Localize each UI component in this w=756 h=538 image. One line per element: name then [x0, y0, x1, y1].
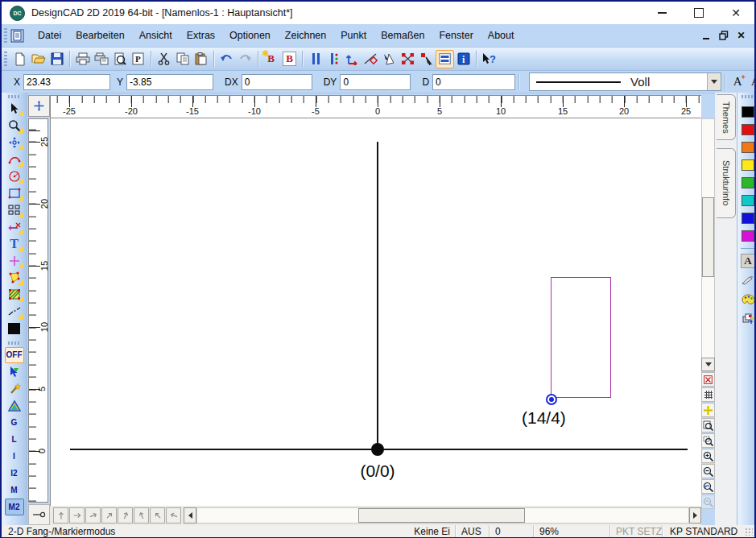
menu-ansicht[interactable]: Ansicht: [132, 27, 180, 44]
horizontal-scrollbar[interactable]: [196, 507, 689, 524]
close-button[interactable]: ✕: [717, 2, 754, 24]
horizontal-scrollbar-thumb[interactable]: [358, 508, 525, 523]
undo-button[interactable]: [217, 50, 236, 68]
palette-color-cyan[interactable]: [742, 195, 754, 206]
snap-prism-button[interactable]: [5, 397, 24, 414]
paste-button[interactable]: [192, 50, 210, 68]
mdi-close-button[interactable]: ✕: [736, 31, 746, 40]
zoom-next-button[interactable]: [701, 495, 715, 509]
tab-themes[interactable]: Themes: [717, 94, 736, 140]
direction-mode-button[interactable]: [343, 50, 361, 68]
point-select-button[interactable]: [417, 50, 436, 68]
palette-color-orange[interactable]: [742, 142, 754, 153]
ruler-origin-button[interactable]: [28, 95, 50, 117]
handles-mode-button[interactable]: [399, 50, 417, 68]
vertical-scrollbar-thumb[interactable]: [702, 197, 714, 277]
polygon-tool-button[interactable]: [5, 269, 24, 286]
zoom-in-button[interactable]: [701, 449, 715, 463]
color-tool-button[interactable]: [5, 320, 24, 337]
drawn-rectangle[interactable]: [551, 277, 611, 398]
coordinate-bar-toggle-button[interactable]: [436, 50, 454, 68]
direction-button-left-up[interactable]: [166, 507, 181, 524]
dy-input[interactable]: [340, 74, 411, 90]
copy-button[interactable]: [173, 50, 192, 68]
rectangle-tool-button[interactable]: [5, 184, 24, 201]
line-type-tool-button[interactable]: [5, 303, 24, 320]
block-insert-button[interactable]: B: [280, 50, 299, 68]
erase-button[interactable]: [701, 372, 715, 387]
text-style-button[interactable]: A: [741, 254, 756, 268]
maximize-button[interactable]: [680, 2, 717, 24]
menu-bearbeiten[interactable]: Bearbeiten: [68, 27, 131, 44]
d-input[interactable]: [432, 74, 515, 90]
font-increase-button[interactable]: A +: [729, 73, 746, 91]
palette-color-blue[interactable]: [742, 213, 754, 224]
new-file-button[interactable]: [10, 50, 29, 68]
snap-gravity-button[interactable]: G: [5, 414, 24, 431]
line-style-drop-button[interactable]: [707, 73, 721, 90]
resize-grip[interactable]: [745, 528, 753, 536]
print-setup-button[interactable]: [92, 50, 110, 68]
zoom-fit-button[interactable]: [701, 418, 715, 432]
page-setup-button[interactable]: P: [129, 50, 147, 68]
info-button[interactable]: i: [454, 50, 473, 68]
mdi-restore-button[interactable]: [718, 31, 729, 40]
snap-select-button[interactable]: [5, 363, 24, 380]
minimize-button[interactable]: [643, 2, 680, 24]
scroll-down-button[interactable]: [701, 358, 715, 371]
x-input[interactable]: [23, 74, 110, 90]
sketch-button[interactable]: [741, 273, 756, 288]
colors-button[interactable]: [741, 292, 756, 307]
direction-button-diagonal-135[interactable]: [150, 507, 165, 524]
tab-strukturinfo[interactable]: Strukturinfo: [717, 148, 736, 218]
redo-button[interactable]: [236, 50, 254, 68]
move-tool-button[interactable]: [5, 134, 24, 151]
left-toolbar-grip[interactable]: [8, 95, 21, 98]
origin-point-button[interactable]: [28, 504, 50, 525]
y-input[interactable]: [126, 74, 213, 90]
snap-diamond-button[interactable]: [361, 50, 380, 68]
scroll-left-button[interactable]: [184, 507, 196, 524]
palette-color-magenta[interactable]: [742, 230, 754, 242]
cut-button[interactable]: [155, 50, 173, 68]
parallel-mode-button[interactable]: [306, 50, 324, 68]
drawing-canvas[interactable]: (0/0) (14/4): [50, 118, 701, 506]
origin-point[interactable]: [371, 443, 384, 456]
palette-color-green[interactable]: [742, 177, 754, 188]
pattern-tool-button[interactable]: [5, 201, 24, 218]
direction-button-diagonal-45[interactable]: [101, 507, 117, 524]
zoom-out-button[interactable]: [701, 464, 715, 478]
dx-input[interactable]: [242, 74, 312, 90]
zoom-window-button[interactable]: [701, 433, 715, 448]
mdi-minimize-button[interactable]: [700, 31, 711, 40]
zoom-tool-button[interactable]: [5, 117, 24, 134]
snap-intersection-2-button[interactable]: I2: [5, 465, 24, 482]
open-file-button[interactable]: [29, 50, 48, 68]
vertical-scrollbar[interactable]: [701, 118, 715, 372]
ortho-mode-button[interactable]: [324, 50, 343, 68]
selected-point[interactable]: [546, 394, 557, 405]
palette-color-black[interactable]: [742, 106, 754, 118]
erase-point-tool-button[interactable]: [5, 218, 24, 235]
menu-zeichnen[interactable]: Zeichnen: [278, 27, 333, 44]
save-file-button[interactable]: [48, 50, 66, 68]
font-button[interactable]: A: [746, 73, 756, 91]
print-button[interactable]: [73, 50, 92, 68]
menu-about[interactable]: About: [481, 27, 522, 44]
direction-button-up-left[interactable]: [134, 507, 149, 524]
text-tool-button[interactable]: T: [5, 235, 24, 252]
print-preview-button[interactable]: [110, 50, 129, 68]
hatch-tool-button[interactable]: [5, 286, 24, 303]
point-tool-button[interactable]: [5, 252, 24, 269]
menu-datei[interactable]: Datei: [31, 27, 68, 44]
select-tool-button[interactable]: [5, 100, 24, 117]
snap-midpoint-button[interactable]: M: [5, 482, 24, 499]
toolbar-grip[interactable]: [4, 52, 7, 66]
menu-punkt[interactable]: Punkt: [333, 27, 374, 44]
snap-intersection-1-button[interactable]: I: [5, 448, 24, 465]
scroll-right-button[interactable]: [689, 507, 701, 524]
menu-extras[interactable]: Extras: [180, 27, 222, 44]
arc-tool-button[interactable]: [5, 151, 24, 168]
snap-midpoint-2-button[interactable]: M2: [5, 499, 24, 515]
blocks-button[interactable]: [741, 312, 756, 326]
